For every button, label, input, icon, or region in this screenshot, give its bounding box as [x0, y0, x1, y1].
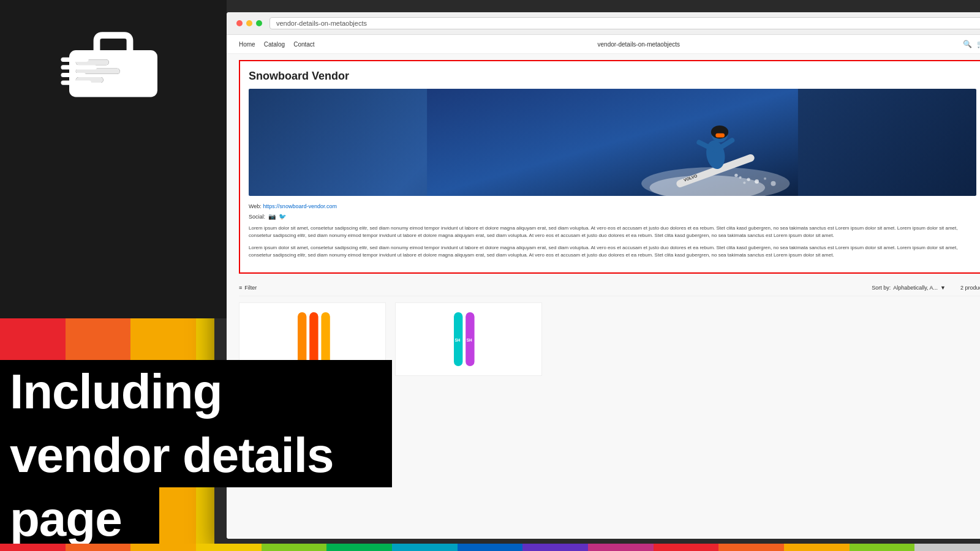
bottom-stripe-1	[0, 544, 66, 551]
svg-rect-29	[298, 312, 306, 366]
vendor-section: Snowboard Vendor	[239, 60, 980, 274]
sort-chevron-icon: ▼	[940, 285, 946, 291]
search-icon[interactable]: 🔍	[963, 40, 972, 48]
cart-icon[interactable]: 🛒	[977, 40, 980, 48]
svg-point-23	[755, 179, 759, 184]
vendor-description-2: Lorem ipsum dolor sit amet, consetetur s…	[249, 244, 976, 259]
overlay-line-1: Including	[0, 360, 392, 424]
svg-point-26	[734, 174, 737, 177]
products-bar: ≡ Filter Sort by: Alphabetically, A... ▼…	[239, 280, 980, 296]
svg-text:SH: SH	[455, 338, 461, 342]
vendor-web-row: Web: https://snowboard-vendor.com	[249, 203, 976, 209]
bottom-stripe-11	[654, 544, 719, 551]
vendor-hero-image: VOLVO	[249, 89, 976, 196]
sort-control[interactable]: Sort by: Alphabetically, A... ▼ 2 produc…	[872, 285, 980, 291]
hero-svg: VOLVO	[249, 89, 976, 196]
twitter-icon[interactable]: 🐦	[279, 213, 286, 220]
svg-point-25	[771, 181, 775, 186]
site-title: vendor-details-on-metaobjects	[598, 41, 680, 48]
filter-icon: ≡	[239, 285, 242, 291]
vendor-title: Snowboard Vendor	[249, 70, 976, 83]
bottom-stripe-6	[326, 544, 392, 551]
svg-rect-10	[61, 81, 92, 85]
web-label: Web:	[249, 203, 262, 209]
text-overlay: Including vendor details page	[0, 360, 392, 551]
nav-home[interactable]: Home	[239, 41, 255, 48]
overlay-line-3: page	[0, 487, 159, 551]
url-bar[interactable]: vendor-details-on-metaobjects	[270, 17, 980, 29]
nav-contact[interactable]: Contact	[293, 41, 314, 48]
svg-point-24	[764, 178, 766, 180]
bottom-stripe-3	[130, 544, 196, 551]
bottom-stripe-8	[458, 544, 523, 551]
vendor-social-row: Social: 📷 🐦	[249, 213, 976, 220]
bottom-stripe-12	[718, 544, 784, 551]
browser-chrome: vendor-details-on-metaobjects	[227, 12, 980, 35]
svg-rect-8	[61, 65, 97, 69]
bottom-stripe-14	[850, 544, 915, 551]
bottom-stripe-15	[914, 544, 980, 551]
svg-rect-7	[61, 58, 89, 62]
svg-rect-31	[321, 312, 330, 366]
logo-area	[0, 0, 227, 318]
svg-rect-9	[61, 73, 86, 77]
nav-icons: 🔍 🛒	[963, 40, 980, 48]
bottom-stripe-5	[262, 544, 327, 551]
bottom-stripe-9	[522, 544, 588, 551]
sort-label: Sort by:	[872, 285, 891, 291]
svg-rect-30	[309, 312, 318, 366]
svg-point-27	[743, 181, 745, 184]
nav-catalog[interactable]: Catalog	[264, 41, 285, 48]
site-navigation: Home Catalog Contact vendor-details-on-m…	[227, 35, 980, 54]
bottom-stripe-4	[196, 544, 262, 551]
products-count: 2 products	[960, 285, 980, 291]
bottom-stripe-13	[784, 544, 850, 551]
social-label: Social:	[249, 214, 265, 220]
bottom-stripe-2	[66, 544, 131, 551]
browser-dots	[236, 20, 262, 26]
close-dot[interactable]	[236, 20, 243, 26]
product-card-2[interactable]: SH SH	[395, 302, 542, 376]
overlay-line-2: vendor details	[0, 424, 392, 487]
maximize-dot[interactable]	[256, 20, 262, 26]
minimize-dot[interactable]	[246, 20, 252, 26]
svg-point-22	[739, 176, 742, 179]
filter-button[interactable]: ≡ Filter	[239, 285, 257, 291]
sort-value: Alphabetically, A...	[893, 285, 938, 291]
vendor-description-1: Lorem ipsum dolor sit amet, consetetur s…	[249, 225, 976, 239]
bottom-rainbow	[0, 544, 980, 551]
product-2-image: SH SH	[444, 309, 493, 370]
nav-links: Home Catalog Contact	[239, 41, 315, 48]
svg-text:SH: SH	[467, 338, 472, 342]
instagram-icon[interactable]: 📷	[268, 213, 276, 220]
svg-rect-18	[715, 133, 725, 138]
vendor-website-link[interactable]: https://snowboard-vendor.com	[263, 203, 337, 209]
bottom-stripe-7	[392, 544, 458, 551]
filter-label: Filter	[244, 285, 257, 291]
svg-point-21	[747, 178, 750, 181]
bottom-stripe-10	[588, 544, 654, 551]
app-logo	[58, 18, 168, 104]
